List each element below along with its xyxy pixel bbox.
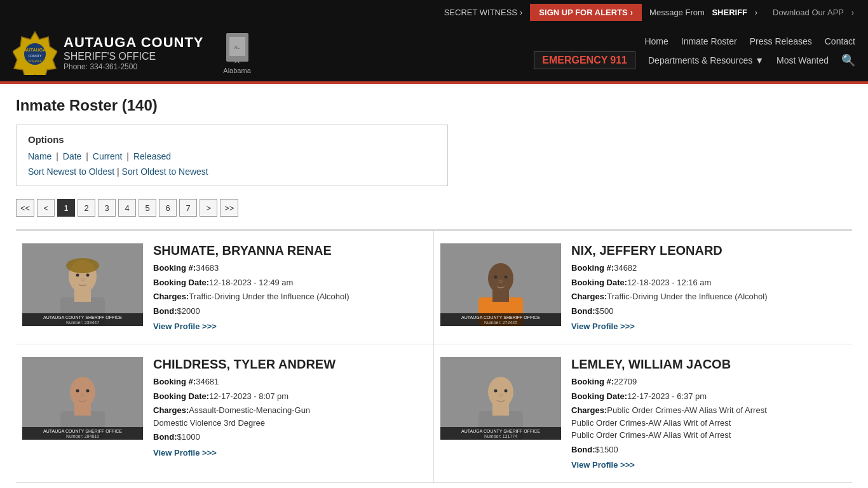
inmate-name: CHILDRESS, TYLER ANDREW — [153, 357, 427, 372]
message-arrow: › — [755, 8, 757, 17]
sign-up-label: SIGN UP FOR ALERTS — [539, 8, 627, 17]
svg-text:AUTAUGA COUNTY SHERIFF OFFICE: AUTAUGA COUNTY SHERIFF OFFICE — [461, 429, 540, 433]
filter-current[interactable]: Current — [93, 151, 123, 161]
sort-oldest[interactable]: Sort Oldest to Newest — [122, 166, 208, 177]
page-4[interactable]: 4 — [118, 199, 136, 217]
phone-label: Phone: — [64, 62, 88, 71]
svg-text:Number: 239447: Number: 239447 — [66, 320, 99, 325]
top-nav: Home Inmate Roster Press Releases Contac… — [644, 36, 855, 46]
bottom-nav: EMERGENCY 911 Departments & Resources ▼ … — [534, 51, 855, 69]
inmate-charges: Charges:Assault-Domestic-Menacing-GunDom… — [153, 404, 427, 429]
page-1[interactable]: 1 — [57, 199, 75, 217]
svg-point-39 — [81, 394, 85, 396]
svg-point-47 — [488, 377, 513, 407]
page-2[interactable]: 2 — [78, 199, 95, 217]
inmate-card: AUTAUGA COUNTY SHERIFF OFFICE Number: 13… — [434, 344, 852, 483]
svg-text:AL: AL — [234, 45, 240, 50]
emergency-number: 911 — [610, 55, 627, 65]
phone-info: Phone: 334-361-2500 — [64, 62, 204, 71]
nav-most-wanted[interactable]: Most Wanted — [776, 55, 829, 65]
svg-text:Number: 272445: Number: 272445 — [484, 320, 517, 325]
page-last[interactable]: >> — [220, 199, 238, 217]
mugshot: AUTAUGA COUNTY SHERIFF OFFICE Number: 28… — [22, 357, 143, 440]
svg-text:Number: 284810: Number: 284810 — [66, 434, 99, 438]
inmate-bond: Bond:$500 — [571, 305, 846, 318]
page-prev[interactable]: < — [37, 199, 55, 217]
inmate-booking-num: Booking #:34683 — [153, 262, 427, 274]
mugshot: AUTAUGA COUNTY SHERIFF OFFICE Number: 23… — [22, 243, 143, 326]
page-5[interactable]: 5 — [139, 199, 156, 217]
filter-date[interactable]: Date — [63, 151, 82, 161]
svg-point-37 — [76, 390, 79, 393]
page-next[interactable]: > — [200, 199, 217, 217]
search-icon: 🔍 — [841, 54, 855, 67]
mugshot: AUTAUGA COUNTY SHERIFF OFFICE Number: 13… — [440, 357, 561, 440]
departments-button[interactable]: Departments & Resources ▼ — [648, 55, 764, 65]
view-profile-link[interactable]: View Profile >>> — [571, 322, 635, 331]
secret-witness-link[interactable]: SECRET WITNESS › — [437, 8, 531, 17]
page-first[interactable]: << — [16, 199, 34, 217]
download-arrow: › — [851, 8, 854, 17]
svg-point-17 — [81, 278, 85, 281]
svg-text:AUTAUGA COUNTY SHERIFF OFFICE: AUTAUGA COUNTY SHERIFF OFFICE — [43, 315, 122, 320]
inmate-booking-num: Booking #:34682 — [571, 262, 846, 274]
inmate-booking-date: Booking Date:12-18-2023 - 12:49 am — [153, 276, 427, 289]
page-content: Inmate Roster (140) Options Name | Date … — [0, 84, 868, 488]
svg-text:AUTAUGA COUNTY SHERIFF OFFICE: AUTAUGA COUNTY SHERIFF OFFICE — [43, 429, 122, 433]
nav-contact[interactable]: Contact — [825, 36, 855, 46]
options-heading: Options — [28, 134, 436, 145]
mugshot-svg: AUTAUGA COUNTY SHERIFF OFFICE Number: 13… — [440, 357, 561, 440]
county-name: AUTAUGA COUNTY — [64, 34, 204, 51]
svg-text:AUTAUGA COUNTY SHERIFF OFFICE: AUTAUGA COUNTY SHERIFF OFFICE — [461, 315, 540, 320]
office-name: SHERIFF'S OFFICE — [64, 51, 204, 62]
sign-up-alerts-link[interactable]: SIGN UP FOR ALERTS › — [530, 4, 642, 21]
filter-name[interactable]: Name — [28, 151, 51, 161]
page-3[interactable]: 3 — [98, 199, 116, 217]
separator-1: | — [56, 151, 61, 161]
svg-point-28 — [499, 280, 503, 283]
svg-point-25 — [488, 263, 513, 294]
message-sheriff-link[interactable]: Message From SHERIFF › — [642, 8, 765, 17]
alabama-state-icon: AL — [223, 32, 252, 67]
svg-point-26 — [494, 276, 498, 279]
sheriff-badge-icon: AUTAUGA COUNTY SHERIFF — [13, 30, 57, 75]
svg-point-15 — [76, 274, 79, 277]
download-app-link[interactable]: Download Our APP › — [765, 8, 862, 17]
inmate-booking-date: Booking Date:12-18-2023 - 12:16 am — [571, 276, 846, 289]
options-box: Options Name | Date | Current | Released… — [16, 125, 448, 186]
state-seal: AL Alabama — [223, 32, 252, 74]
view-profile-link[interactable]: View Profile >>> — [153, 322, 217, 331]
mugshot-svg: AUTAUGA COUNTY SHERIFF OFFICE Number: 28… — [22, 357, 143, 440]
nav-inmate-roster[interactable]: Inmate Roster — [681, 36, 737, 46]
secret-witness-arrow: › — [520, 8, 522, 17]
separator-4: | — [117, 166, 122, 177]
page-6[interactable]: 6 — [159, 199, 177, 217]
svg-point-49 — [505, 390, 508, 393]
inmate-booking-num: Booking #:22709 — [571, 376, 846, 388]
nav-press-releases[interactable]: Press Releases — [750, 36, 812, 46]
svg-text:COUNTY: COUNTY — [28, 54, 42, 58]
inmate-booking-num: Booking #:34681 — [153, 376, 427, 388]
sort-newest[interactable]: Sort Newest to Oldest — [28, 166, 114, 177]
view-profile-link[interactable]: View Profile >>> — [153, 448, 217, 458]
emergency-label: EMERGENCY — [542, 55, 607, 65]
svg-point-36 — [70, 377, 95, 407]
separator-2: | — [86, 151, 91, 161]
svg-point-27 — [505, 276, 508, 279]
inmate-info: LEMLEY, WILLIAM JACOB Booking #:22709 Bo… — [571, 357, 846, 470]
logo-area: AUTAUGA COUNTY SHERIFF AUTAUGA COUNTY SH… — [13, 30, 252, 75]
view-profile-link[interactable]: View Profile >>> — [571, 460, 635, 470]
page-title: Inmate Roster (140) — [16, 97, 852, 114]
inmate-bond: Bond:$2000 — [153, 305, 427, 318]
inmate-charges: Charges:Public Order Crimes-AW Alias Wri… — [571, 404, 846, 442]
mugshot-svg: AUTAUGA COUNTY SHERIFF OFFICE Number: 23… — [22, 243, 143, 326]
filter-released[interactable]: Released — [133, 151, 171, 161]
secret-witness-label: SECRET WITNESS — [444, 8, 517, 17]
svg-text:Number: 131774: Number: 131774 — [484, 434, 517, 438]
inmate-card: AUTAUGA COUNTY SHERIFF OFFICE Number: 28… — [16, 344, 434, 483]
nav-home[interactable]: Home — [644, 36, 668, 46]
page-7[interactable]: 7 — [179, 199, 197, 217]
inmate-info: CHILDRESS, TYLER ANDREW Booking #:34681 … — [153, 357, 427, 470]
inmate-bond: Bond:$1500 — [571, 444, 846, 456]
search-button[interactable]: 🔍 — [841, 53, 855, 67]
